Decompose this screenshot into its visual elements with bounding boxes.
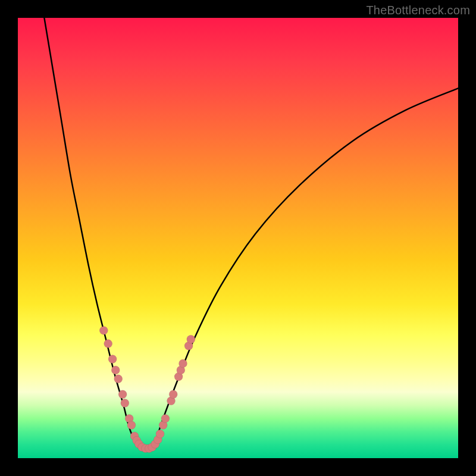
data-point [187,335,195,343]
data-point [121,399,129,408]
data-point [174,372,183,381]
watermark-text: TheBottleneck.com [366,4,470,17]
data-dots [99,326,195,452]
curve-right [154,88,458,444]
data-point [133,436,141,444]
data-point [151,440,159,448]
data-point [159,421,167,430]
data-point [179,359,187,368]
data-point [154,436,162,444]
data-point [99,326,108,334]
data-point [148,443,156,452]
data-point [138,443,146,452]
curve-bottom [137,445,155,449]
data-point [114,375,123,383]
chart-root: TheBottleneck.com [0,0,476,476]
data-point [167,397,176,405]
plot-area [18,18,458,458]
data-point [169,390,177,399]
data-point [125,414,133,422]
data-point [111,366,120,374]
data-point [118,390,127,399]
data-point [135,440,143,448]
data-point [161,414,170,422]
data-point [156,430,164,438]
data-point [184,342,193,350]
chart-svg [18,18,458,458]
data-point [127,421,136,430]
data-point [108,355,117,364]
data-point [177,366,185,374]
data-point [104,340,112,348]
data-point [130,432,139,440]
data-point [142,444,150,453]
data-point [145,444,154,453]
curve-left [44,18,136,445]
